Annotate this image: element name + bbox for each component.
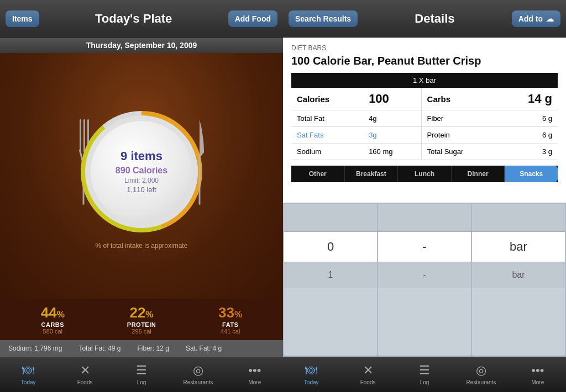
table-row: Sodium 160 mg Total Sugar 3 g (291, 144, 558, 160)
right-nav-restaurants[interactable]: ◎ Restaurants (453, 363, 509, 385)
plate-remaining: 1,110 left (127, 186, 156, 194)
plate-area: 9 items 890 Calories Limit: 2,000 1,110 … (0, 53, 283, 299)
left-header: Items Today's Plate Add Food (0, 0, 283, 38)
details-title: Details (415, 12, 454, 26)
picker-bottom-0: 1 (284, 262, 377, 288)
plate-inner: 9 items 890 Calories Limit: 2,000 1,110 … (91, 121, 192, 223)
knife-icon (194, 119, 205, 208)
picker-top-1 (378, 204, 471, 231)
tab-breakfast[interactable]: Breakfast (345, 166, 399, 182)
picker-selected-0: 0 (284, 231, 377, 262)
carbs-cal: 580 cal (8, 328, 97, 335)
right-nav-log[interactable]: ☰ Log (396, 363, 453, 385)
protein-label: Protein (421, 127, 500, 144)
right-nav-more[interactable]: ••• More (510, 363, 566, 385)
left-bottom-nav: 🍽 Today ✕ Foods ☰ Log ◎ Restaurants ••• … (0, 357, 283, 392)
nav-more-label: More (248, 379, 261, 385)
fiber-label: Fiber (421, 110, 500, 127)
plate: 9 items 890 Calories Limit: 2,000 1,110 … (81, 111, 202, 232)
fiber-stat: Fiber: 12 g (137, 345, 169, 352)
plate-items-count: 9 items (120, 149, 163, 163)
plate-limit: Limit: 2,000 (124, 177, 159, 184)
table-row: Total Fat 4g Fiber 6 g (291, 110, 558, 127)
total-fat-stat: Total Fat: 49 g (78, 345, 120, 352)
food-name: 100 Calorie Bar, Peanut Butter Crisp (291, 54, 558, 67)
macro-protein: 22% PROTEIN 296 cal (97, 304, 186, 335)
protein-label: PROTEIN (97, 321, 186, 328)
calories-value: 100 (363, 88, 421, 110)
total-sugar-value: 3 g (500, 144, 558, 160)
picker-top-0 (284, 204, 377, 231)
stats-bar: Sodium: 1,796 mg Total Fat: 49 g Fiber: … (0, 340, 283, 357)
right-nav-today-label: Today (304, 379, 319, 385)
picker-col-quantity[interactable]: 0 1 (284, 204, 377, 356)
meal-tabs: Other Breakfast Lunch Dinner Snacks (291, 166, 558, 182)
total-fat-label: Total Fat (291, 110, 363, 127)
picker-top-2 (472, 204, 565, 231)
nav-restaurants[interactable]: ◎ Restaurants (170, 363, 226, 385)
add-food-button[interactable]: Add Food (228, 10, 277, 27)
fats-label: FATS (186, 321, 275, 328)
nav-foods[interactable]: ✕ Foods (56, 363, 113, 385)
plate-calories: 890 Calories (116, 166, 167, 176)
right-header: Search Results Details Add to ☁ (283, 0, 566, 38)
right-foods-icon: ✕ (363, 363, 373, 378)
tab-other[interactable]: Other (291, 166, 345, 182)
tab-lunch[interactable]: Lunch (398, 166, 452, 182)
picker-col-unit[interactable]: bar bar (472, 204, 565, 356)
foods-icon: ✕ (80, 363, 90, 378)
sat-fats-value: 3g (363, 127, 421, 144)
serving-header: 1 X bar (291, 73, 558, 88)
total-fat-value: 4g (363, 110, 421, 127)
sat-fat-stat: Sat. Fat: 4 g (186, 345, 222, 352)
picker-selected-2: bar (472, 231, 565, 262)
details-section: DIET BARS 100 Calorie Bar, Peanut Butter… (283, 38, 566, 203)
sodium-stat: Sodium: 1,796 mg (8, 345, 62, 352)
protein-pct: 22% (97, 304, 186, 321)
protein-value: 6 g (500, 127, 558, 144)
macro-fats: 33% FATS 441 cal (186, 304, 275, 335)
food-category: DIET BARS (291, 44, 558, 52)
nav-foods-label: Foods (77, 379, 93, 385)
right-nav-foods[interactable]: ✕ Foods (339, 363, 396, 385)
tab-dinner[interactable]: Dinner (452, 166, 505, 182)
macro-carbs: 44% CARBS 580 cal (8, 304, 97, 335)
add-to-button[interactable]: Add to ☁ (512, 10, 560, 27)
tab-snacks[interactable]: Snacks (505, 166, 558, 182)
right-more-icon: ••• (531, 363, 544, 378)
approx-note: % of total intake is approximate (96, 242, 188, 250)
picker-col-separator[interactable]: - - (378, 204, 471, 356)
picker-area[interactable]: 0 1 - - bar bar (283, 203, 566, 357)
log-icon: ☰ (136, 363, 147, 378)
macros-bar: 44% CARBS 580 cal 22% PROTEIN 296 cal 33… (0, 299, 283, 340)
sat-fats-label: Sat Fats (291, 127, 363, 144)
table-row: Calories 100 Carbs 14 g (291, 88, 558, 110)
calories-label: Calories (291, 88, 363, 110)
nav-restaurants-label: Restaurants (183, 379, 213, 385)
picker-bottom-1: - (378, 262, 471, 288)
fiber-value: 6 g (500, 110, 558, 127)
sodium-value: 160 mg (363, 144, 421, 160)
nav-log-label: Log (137, 379, 146, 385)
carbs-label: Carbs (421, 88, 500, 110)
fats-pct: 33% (186, 304, 275, 321)
page-title: Today's Plate (95, 12, 172, 26)
left-panel: Items Today's Plate Add Food Thursday, S… (0, 0, 283, 392)
right-today-icon: 🍽 (305, 363, 317, 378)
search-results-back-button[interactable]: Search Results (289, 10, 358, 27)
nav-today[interactable]: 🍽 Today (0, 363, 56, 385)
right-panel: Search Results Details Add to ☁ DIET BAR… (283, 0, 566, 392)
nutrition-table: 1 X bar Calories 100 Carbs 14 g Total Fa… (291, 73, 558, 160)
restaurants-icon: ◎ (193, 363, 203, 378)
right-nav-today[interactable]: 🍽 Today (283, 363, 339, 385)
right-restaurants-icon: ◎ (476, 363, 486, 378)
back-button[interactable]: Items (6, 10, 39, 27)
nav-more[interactable]: ••• More (227, 363, 283, 385)
svg-rect-4 (199, 155, 201, 205)
nav-log[interactable]: ☰ Log (113, 363, 170, 385)
total-sugar-label: Total Sugar (421, 144, 500, 160)
carbs-pct: 44% (8, 304, 97, 321)
today-icon: 🍽 (22, 363, 34, 378)
carbs-label: CARBS (8, 321, 97, 328)
nav-today-label: Today (21, 379, 36, 385)
